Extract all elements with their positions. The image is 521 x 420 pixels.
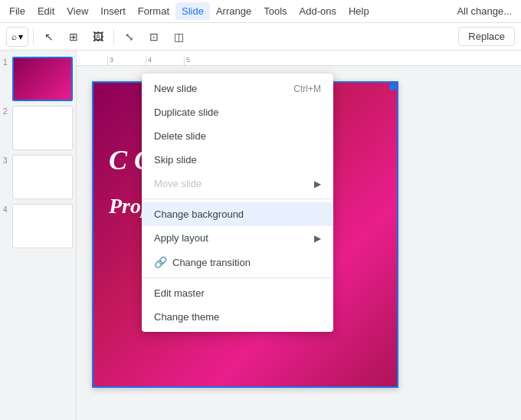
slide-2-thumb[interactable] <box>12 106 73 150</box>
delete-slide-label: Delete slide <box>154 130 206 142</box>
menu-skip-slide[interactable]: Skip slide <box>142 148 333 172</box>
slide-3-thumb[interactable] <box>12 155 73 199</box>
slide-4-container: 4 <box>3 204 73 248</box>
all-changes[interactable]: All change... <box>451 2 518 20</box>
dropdown-divider-1 <box>142 199 333 199</box>
image-tool[interactable]: 🖼 <box>87 26 109 48</box>
toolbar-right: Replace <box>458 27 515 46</box>
slide-1-container: 1 <box>3 57 73 101</box>
ruler-mark-3: 3 <box>107 56 146 65</box>
menu-addons[interactable]: Add-ons <box>293 2 342 20</box>
slide-4-number: 4 <box>3 204 11 214</box>
zoom-arrow: ▾ <box>18 31 23 42</box>
change-transition-label: Change transition <box>172 257 251 268</box>
ruler-marks: 3 4 5 <box>107 56 222 65</box>
menu-new-slide[interactable]: New slide Ctrl+M <box>142 77 333 100</box>
slide-3-number: 3 <box>3 155 11 165</box>
main-area: 1 2 3 4 3 4 5 C Consu Pr <box>0 51 521 420</box>
menu-apply-layout[interactable]: Apply layout ▶ <box>142 226 333 250</box>
menu-format[interactable]: Format <box>132 2 175 20</box>
transition-icon: 🔗 <box>154 256 166 268</box>
selection-handle[interactable] <box>389 83 397 90</box>
new-slide-shortcut: Ctrl+M <box>293 84 321 94</box>
menu-edit[interactable]: Edit <box>31 2 61 20</box>
slide-2-number: 2 <box>3 106 11 116</box>
dropdown-divider-2 <box>142 277 333 278</box>
menu-change-background[interactable]: Change background <box>142 202 333 226</box>
menu-tools[interactable]: Tools <box>257 2 293 20</box>
slide-1-number: 1 <box>3 57 11 67</box>
menu-file[interactable]: File <box>3 2 31 20</box>
slide-panel: 1 2 3 4 <box>0 51 77 420</box>
menu-delete-slide[interactable]: Delete slide <box>142 124 333 148</box>
menu-move-slide: Move slide ▶ <box>142 172 333 195</box>
ruler-top: 3 4 5 <box>77 51 521 66</box>
move-slide-arrow: ▶ <box>314 179 321 189</box>
menu-duplicate-slide[interactable]: Duplicate slide <box>142 100 333 124</box>
apply-layout-arrow: ▶ <box>314 233 321 244</box>
move-slide-label: Move slide <box>154 178 202 189</box>
duplicate-slide-label: Duplicate slide <box>154 107 219 118</box>
crop-tool[interactable]: ⊞ <box>63 26 84 48</box>
slide-dropdown-menu: New slide Ctrl+M Duplicate slide Delete … <box>142 74 333 332</box>
toolbar-divider-1 <box>33 29 34 44</box>
skip-slide-label: Skip slide <box>154 154 197 166</box>
zoom-icon: ⌕ <box>11 31 17 42</box>
select-tool[interactable]: ↖ <box>38 26 60 48</box>
toolbar-divider-2 <box>113 29 114 44</box>
crop-tool-2[interactable]: ⊡ <box>143 26 165 48</box>
ruler-mark-4: 4 <box>146 56 184 65</box>
menu-change-theme[interactable]: Change theme <box>142 305 333 329</box>
slide-3-container: 3 <box>3 155 73 199</box>
image-tool-2[interactable]: ◫ <box>168 26 189 48</box>
ruler-mark-5: 5 <box>184 56 222 65</box>
menu-slide[interactable]: Slide <box>175 2 210 20</box>
change-background-label: Change background <box>154 208 244 220</box>
slide-2-container: 2 <box>3 106 73 150</box>
menu-insert[interactable]: Insert <box>94 2 132 20</box>
expand-tool[interactable]: ⤡ <box>119 26 140 48</box>
change-theme-label: Change theme <box>154 311 219 323</box>
menu-edit-master[interactable]: Edit master <box>142 281 333 305</box>
menu-arrange[interactable]: Arrange <box>210 2 257 20</box>
edit-master-label: Edit master <box>154 287 205 299</box>
slide-1-thumb[interactable] <box>12 57 73 101</box>
menu-view[interactable]: View <box>61 2 94 20</box>
menu-change-transition[interactable]: 🔗 Change transition <box>142 250 333 274</box>
menu-bar: File Edit View Insert Format Slide Arran… <box>0 0 521 23</box>
replace-button[interactable]: Replace <box>458 27 515 46</box>
apply-layout-label: Apply layout <box>154 232 208 244</box>
zoom-control[interactable]: ⌕ ▾ <box>6 27 28 47</box>
menu-help[interactable]: Help <box>342 2 375 20</box>
slide-4-thumb[interactable] <box>12 204 73 248</box>
toolbar: ⌕ ▾ ↖ ⊞ 🖼 ⤡ ⊡ ◫ Replace <box>0 23 521 51</box>
new-slide-label: New slide <box>154 83 197 94</box>
